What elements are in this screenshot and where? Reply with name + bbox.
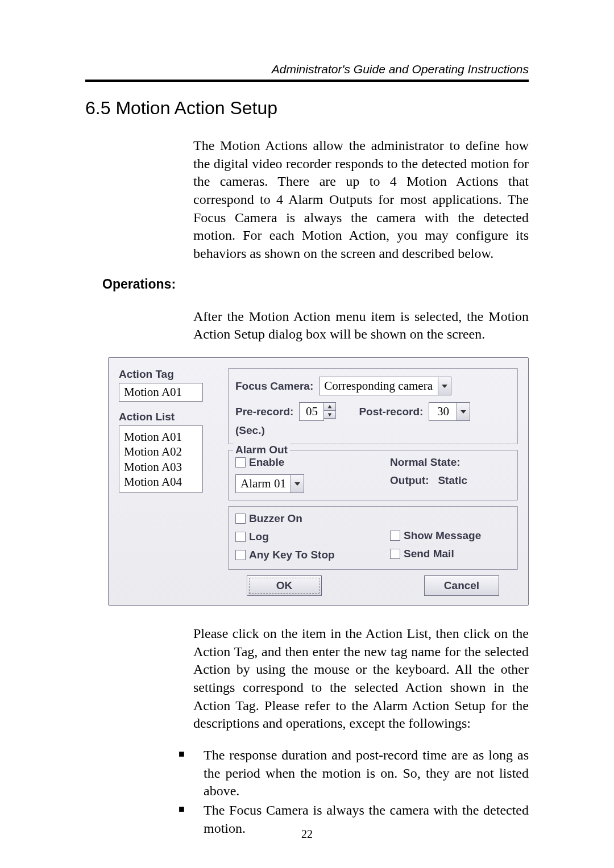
list-item[interactable]: Motion A02 [124,444,198,459]
buzzer-label: Buzzer On [249,512,302,525]
checkbox-icon [235,457,246,468]
buzzer-checkbox[interactable]: Buzzer On [235,512,302,525]
svg-marker-1 [328,404,331,408]
intro-paragraph: The Motion Actions allow the administrat… [193,137,529,263]
output-value: Static [438,474,467,486]
header-rule [85,80,529,82]
anykey-label: Any Key To Stop [249,549,335,561]
ok-button[interactable]: OK [247,575,322,596]
enable-label: Enable [249,456,284,469]
checkbox-icon [235,550,246,560]
pre-record-spinner[interactable]: 05 [299,402,336,421]
showmsg-label: Show Message [404,529,481,542]
normal-state-label: Normal State: [390,456,511,469]
alarm-out-title: Alarm Out [233,444,290,456]
list-item[interactable]: Motion A01 [124,429,198,444]
cancel-button[interactable]: Cancel [424,575,499,596]
checkbox-icon [390,549,400,559]
list-item[interactable]: Motion A04 [124,474,198,489]
spin-down-icon[interactable] [323,410,336,419]
svg-marker-3 [460,410,466,414]
operations-intro: After the Motion Action menu item is sel… [193,308,529,344]
action-tag-label: Action Tag [119,368,215,381]
post-record-value: 30 [429,402,457,421]
checkbox-icon [390,531,400,541]
options-group: Buzzer On Log Any Key To Stop Show Messa… [228,506,518,570]
action-list-label: Action List [119,411,215,423]
enable-checkbox[interactable]: Enable [235,456,284,469]
action-list[interactable]: Motion A01 Motion A02 Motion A03 Motion … [119,425,203,493]
sendmail-label: Send Mail [404,548,454,560]
after-dialog-paragraph: Please click on the item in the Action L… [193,625,529,733]
post-record-label: Post-record: [359,406,423,418]
running-header: Administrator's Guide and Operating Inst… [85,62,529,76]
chevron-down-icon[interactable] [438,377,451,395]
showmsg-checkbox[interactable]: Show Message [390,529,481,542]
chevron-down-icon[interactable] [457,402,470,421]
pre-record-value: 05 [299,402,324,421]
pre-record-label: Pre-record: [235,406,293,418]
operations-heading: Operations: [102,277,529,292]
seconds-label: (Sec.) [235,424,511,437]
motion-action-dialog: Action Tag Motion A01 Action List Motion… [108,357,529,606]
checkbox-icon [235,532,246,542]
focus-camera-label: Focus Camera: [235,380,313,393]
spin-up-icon[interactable] [323,402,336,411]
camera-record-group: Focus Camera: Corresponding camera Pre-r… [228,368,518,444]
list-item[interactable]: Motion A03 [124,460,198,474]
list-item: The response duration and post-record ti… [179,746,529,800]
alarm-select-value: Alarm 01 [235,474,291,493]
svg-marker-0 [442,385,447,388]
section-heading: 6.5 Motion Action Setup [85,98,529,119]
anykey-checkbox[interactable]: Any Key To Stop [235,549,335,561]
log-checkbox[interactable]: Log [235,531,269,543]
alarm-select[interactable]: Alarm 01 [235,474,304,493]
notes-list: The response duration and post-record ti… [179,746,529,837]
checkbox-icon [235,514,246,524]
output-label: Output: [390,474,429,486]
action-tag-input[interactable]: Motion A01 [119,383,203,402]
focus-camera-value: Corresponding camera [319,377,438,395]
alarm-out-group: Alarm Out Enable Alarm 01 Normal State: [228,450,518,500]
sendmail-checkbox[interactable]: Send Mail [390,548,454,560]
page-number: 22 [0,828,614,841]
chevron-down-icon[interactable] [291,474,304,493]
svg-marker-2 [328,413,331,416]
post-record-select[interactable]: 30 [429,402,470,421]
svg-marker-4 [294,482,300,486]
output-row: Output: Static [390,474,511,487]
log-label: Log [249,531,269,543]
focus-camera-select[interactable]: Corresponding camera [319,377,451,395]
